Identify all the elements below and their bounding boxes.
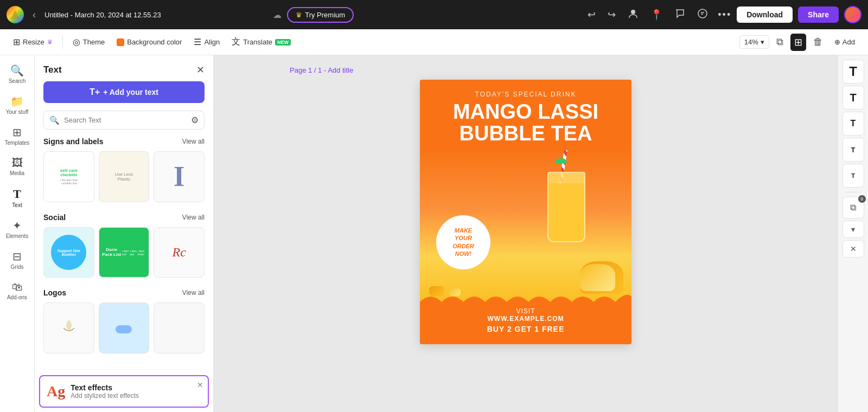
canvas-container[interactable]: TODAY'S SPECIAL DRINK MANGO LASSI BUBBLE… — [420, 80, 631, 344]
rs-text-small-medium[interactable]: T — [843, 138, 864, 162]
chevron-down-icon: ▾ — [851, 225, 855, 234]
chat-button[interactable] — [695, 6, 710, 24]
rs-separator — [845, 192, 861, 192]
filter-button[interactable]: ⚙ — [191, 115, 199, 125]
glass-liquid — [548, 183, 584, 241]
plus-icon: ⊕ — [834, 38, 840, 46]
svg-marker-1 — [11, 10, 20, 19]
avatar[interactable] — [844, 6, 861, 23]
elements-icon: ✦ — [12, 219, 22, 232]
panel-close-button[interactable]: ✕ — [196, 64, 205, 76]
order-badge: MAKEYOURORDERNOW! — [436, 215, 490, 269]
grids-icon: ⊟ — [12, 250, 22, 263]
poster-subtitle: TODAY'S SPECIAL DRINK — [429, 91, 623, 98]
social-view-all[interactable]: View all — [182, 214, 205, 221]
page-label: Page 1 / 1 - Add title — [290, 66, 353, 74]
social-header: Social View all — [43, 213, 205, 222]
visit-text: VISIT — [429, 307, 623, 315]
translate-icon: 文 — [232, 36, 240, 48]
undo-button[interactable]: ↩ — [585, 7, 598, 23]
sidebar-item-grids[interactable]: ⊟ Grids — [2, 246, 33, 274]
text-panel: Text ✕ T+ + Add your text 🔍 ⚙ Signs and … — [35, 55, 214, 412]
sidebar-item-elements[interactable]: ✦ Elements — [2, 215, 33, 243]
pin-button[interactable]: 📍 — [648, 7, 665, 23]
signs-labels-grid: self care checklist • line item here • a… — [43, 151, 205, 202]
grid-view-button[interactable]: ⊞ — [790, 34, 806, 51]
media-icon: 🖼 — [12, 157, 23, 169]
template-card-script[interactable]: Rc — [154, 227, 205, 278]
chevron-down-icon: ▾ — [761, 38, 764, 46]
scallop-edge — [420, 291, 631, 302]
toolbar: ⊞ Resize ♛ ◎ Theme Background color ☰ Al… — [0, 29, 868, 55]
redo-button[interactable]: ↪ — [605, 7, 618, 23]
background-color-button[interactable]: Background color — [112, 35, 186, 49]
color-swatch-icon — [117, 38, 124, 46]
app-logo[interactable] — [7, 6, 24, 23]
rs-text-large[interactable]: T — [843, 60, 864, 83]
crown-icon: ♛ — [296, 11, 302, 19]
add-text-button[interactable]: T+ + Add your text — [43, 81, 205, 103]
delete-button[interactable]: 🗑 — [809, 34, 827, 50]
rs-text-medium[interactable]: T — [843, 112, 864, 136]
template-card-selfcare[interactable]: self care checklist • line item here • a… — [43, 151, 94, 202]
templates-icon: ⊞ — [12, 126, 22, 139]
template-card-logo1[interactable] — [43, 302, 94, 353]
layers-badge: 9 — [858, 195, 866, 203]
add-title-link[interactable]: Add title — [328, 66, 353, 74]
text-effects-close-button[interactable]: ✕ — [197, 381, 203, 389]
canvas-area: Page 1 / 1 - Add title TODAY'S SPECIAL D… — [214, 55, 838, 412]
search-text-input[interactable] — [64, 116, 184, 124]
text-effects-banner[interactable]: Ag Text effects Add stylized text effect… — [39, 375, 209, 408]
signs-labels-header: Signs and labels View all — [43, 137, 205, 146]
poster-title: MANGO LASSI BUBBLE TEA — [429, 101, 623, 145]
rs-close-button[interactable]: ✕ — [843, 240, 864, 258]
theme-button[interactable]: ◎ Theme — [68, 34, 109, 50]
rs-chevron-button[interactable]: ▾ — [843, 221, 864, 238]
template-card-dorm[interactable]: Dorm Pack List • item one • item two • i… — [99, 227, 150, 278]
sidebar-item-search[interactable]: 🔍 Search — [2, 60, 33, 88]
template-card-plastic[interactable]: Use LessPlastic — [99, 151, 150, 202]
text-plus-icon: T+ — [90, 87, 100, 97]
sidebar-item-templates[interactable]: ⊞ Templates — [2, 121, 33, 150]
theme-icon: ◎ — [73, 37, 80, 47]
share-button[interactable]: Share — [798, 7, 839, 23]
new-badge: NEW — [275, 39, 291, 46]
template-card-letter[interactable]: I — [154, 151, 205, 202]
try-premium-button[interactable]: ♛ Try Premium — [287, 7, 354, 23]
template-card-logo2[interactable] — [99, 302, 150, 353]
logos-title: Logos — [43, 288, 66, 297]
template-card-logo3[interactable] — [154, 302, 205, 353]
more-options-button[interactable]: ••• — [718, 9, 731, 21]
svg-rect-4 — [116, 325, 132, 333]
logos-view-all[interactable]: View all — [182, 289, 205, 297]
sidebar-item-media[interactable]: 🖼 Media — [2, 152, 33, 181]
add-button[interactable]: ⊕ Add — [830, 35, 859, 49]
signs-labels-view-all[interactable]: View all — [182, 138, 205, 145]
align-icon: ☰ — [194, 37, 201, 47]
order-badge-text: MAKEYOURORDERNOW! — [452, 227, 474, 258]
layers-button[interactable]: ⧉ — [773, 34, 787, 50]
search-bar-icon: 🔍 — [49, 115, 60, 125]
sidebar-item-addons[interactable]: 🛍 Add-ons — [2, 276, 33, 305]
zoom-control[interactable]: 14% ▾ — [739, 35, 769, 49]
rs-layers-button[interactable]: ⧉ 9 — [843, 197, 864, 218]
nav-back-button[interactable]: ‹ — [29, 7, 39, 23]
template-card-support[interactable]: Support One Another — [43, 227, 94, 278]
rs-text-medium-large[interactable]: T — [843, 86, 864, 110]
signs-labels-title: Signs and labels — [43, 137, 103, 146]
search-bar: 🔍 ⚙ — [43, 111, 205, 130]
offer-text: BUY 2 GET 1 FREE — [429, 325, 623, 333]
folder-icon: 📁 — [10, 95, 24, 108]
align-button[interactable]: ☰ Align — [189, 34, 224, 50]
logos-header: Logos View all — [43, 288, 205, 297]
comment-button[interactable] — [672, 6, 687, 24]
rs-text-small[interactable]: T — [843, 164, 864, 188]
svg-point-3 — [698, 9, 707, 18]
sidebar-item-your-stuff[interactable]: 📁 Your stuff — [2, 91, 33, 119]
user-icon-button[interactable] — [626, 6, 641, 24]
sidebar-item-text[interactable]: T Text — [2, 183, 33, 213]
download-button[interactable]: Download — [737, 7, 793, 23]
translate-button[interactable]: 文 Translate NEW — [227, 34, 295, 50]
resize-button[interactable]: ⊞ Resize ♛ — [9, 34, 57, 50]
logos-grid — [43, 302, 205, 353]
